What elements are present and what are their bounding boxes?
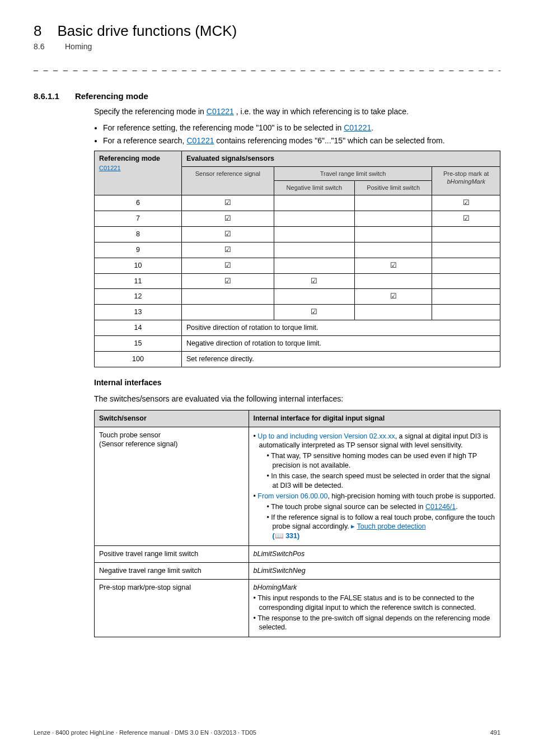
table-row: 10☑☑ [95, 258, 500, 273]
th-pre: Pre-stop mark at bHomingMark [432, 166, 500, 195]
table-row: 14Positive direction of rotation to torq… [95, 320, 500, 336]
table-row: Touch probe sensor (Sensor reference sig… [95, 427, 500, 546]
th-interface: Internal interface for digital input sig… [249, 410, 500, 427]
divider: _ _ _ _ _ _ _ _ _ _ _ _ _ _ _ _ _ _ _ _ … [34, 62, 500, 71]
th-switch: Switch/sensor [95, 410, 249, 427]
referencing-mode-table: Referencing mode C01221 Evaluated signal… [94, 151, 500, 367]
footer-page-number: 491 [490, 729, 500, 736]
table-row: 15Negative direction of rotation to torq… [95, 336, 500, 352]
chapter-number: 8 [34, 22, 41, 40]
intro-bullet-1: For reference setting, the referencing m… [103, 123, 500, 133]
chapter-title: Basic drive functions (MCK) [57, 22, 237, 40]
table-row: 12☑ [95, 289, 500, 305]
table-row: 100Set reference directly. [95, 351, 500, 367]
table-row: 11☑☑ [95, 273, 500, 289]
table-row: Positive travel range limit switch bLimi… [95, 546, 500, 563]
link-c01221[interactable]: C01221 [207, 107, 234, 116]
table-row: 9☑ [95, 242, 500, 258]
internal-heading: Internal interfaces [94, 377, 500, 388]
th-eval: Evaluated signals/sensors [181, 151, 500, 166]
cell-touch-probe: Touch probe sensor (Sensor reference sig… [95, 427, 249, 546]
th-mode: Referencing mode [99, 154, 177, 164]
cell-touch-probe-desc: Up to and including version Version 02.x… [249, 427, 500, 546]
table-row: 8☑ [95, 226, 500, 242]
internal-interfaces-table: Switch/sensor Internal interface for dig… [94, 410, 500, 638]
link-c01221-b2[interactable]: C01221 [186, 136, 214, 145]
subsection-number: 8.6.1.1 [34, 91, 59, 101]
triangle-icon: ▸ [351, 522, 355, 530]
footer-left: Lenze · 8400 protec HighLine · Reference… [34, 729, 256, 736]
subsection-title: Referencing mode [75, 91, 148, 101]
link-c01246[interactable]: C01246/1 [425, 503, 456, 511]
th-travel: Travel range limit switch [274, 166, 432, 181]
internal-paragraph: The switches/sensors are evaluated via t… [94, 394, 500, 404]
th-sensor: Sensor reference signal [181, 166, 274, 195]
intro-paragraph: Specify the referencing mode in C01221 ,… [94, 106, 500, 117]
th-pos: Positive limit switch [355, 181, 432, 195]
table-row: 7☑☑ [95, 211, 500, 227]
table-row: 6☑☑ [95, 195, 500, 211]
th-mode-link[interactable]: C01221 [99, 165, 121, 171]
link-c01221-b1[interactable]: C01221 [344, 123, 371, 132]
section-number: 8.6 [34, 42, 49, 51]
th-neg: Negative limit switch [274, 181, 354, 195]
table-row: Negative travel range limit switch bLimi… [95, 563, 500, 580]
intro-bullet-2: For a reference search, C01221 contains … [103, 136, 500, 146]
table-row: Pre-stop mark/pre-stop signal bHomingMar… [95, 579, 500, 637]
table-row: 13☑ [95, 305, 500, 320]
section-title: Homing [65, 42, 92, 51]
link-touch-probe-detection[interactable]: Touch probe detection [357, 522, 426, 530]
page-ref: (📖 331) [273, 532, 300, 540]
